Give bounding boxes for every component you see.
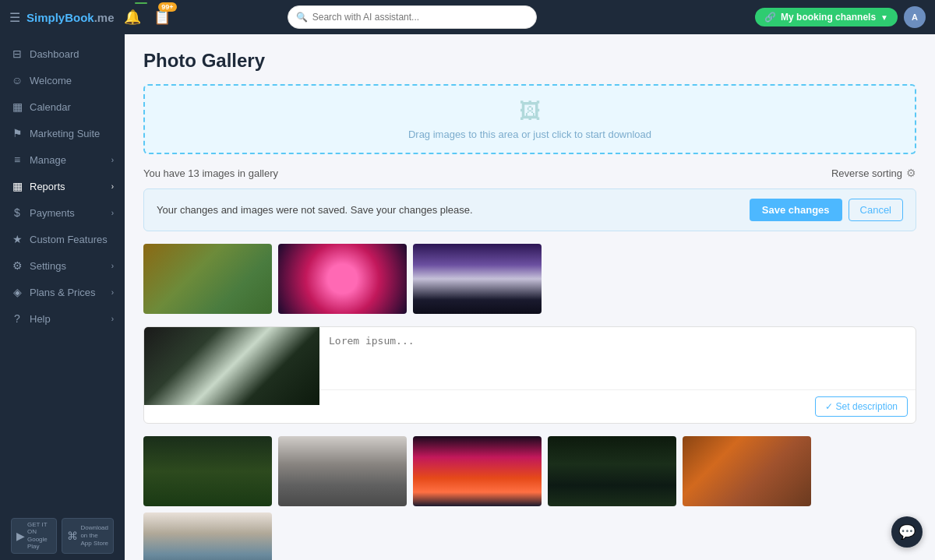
gallery-image-7[interactable] bbox=[548, 436, 676, 506]
help-icon: ? bbox=[11, 312, 23, 325]
sidebar-label-reports: Reports bbox=[30, 181, 105, 192]
alert-message: Your changes and images were not saved. … bbox=[157, 204, 473, 216]
google-play-button[interactable]: ▶ GET IT ON Google Play bbox=[11, 518, 57, 554]
logo[interactable]: SimplyBook.me bbox=[26, 11, 115, 24]
dashboard-icon: ⊟ bbox=[11, 48, 23, 60]
gallery-image-6[interactable] bbox=[413, 436, 542, 506]
gallery-grid-bottom bbox=[143, 436, 916, 560]
sorting-label: Reverse sorting bbox=[831, 167, 902, 179]
gallery-image-3[interactable] bbox=[413, 244, 542, 314]
sidebar-item-marketing[interactable]: ⚑ Marketing Suite bbox=[0, 120, 125, 146]
sidebar-item-reports[interactable]: ▦ Reports › bbox=[0, 173, 125, 199]
settings-chevron-icon: › bbox=[111, 262, 114, 270]
gallery-image-8[interactable] bbox=[683, 436, 811, 506]
save-changes-button[interactable]: Save changes bbox=[750, 199, 842, 221]
app-store-button[interactable]: ⌘ Download on the App Store bbox=[62, 518, 114, 554]
main-content: Photo Gallery 🖼 Drag images to this area… bbox=[125, 34, 935, 560]
upload-zone[interactable]: 🖼 Drag images to this area or just click… bbox=[143, 84, 916, 154]
sorting-gear-icon: ⚙ bbox=[906, 167, 916, 179]
image-count: You have 13 images in gallery bbox=[143, 167, 278, 179]
gallery-image-2[interactable] bbox=[278, 244, 407, 314]
sidebar-label-settings: Settings bbox=[30, 260, 105, 272]
sidebar-item-payments[interactable]: $ Payments › bbox=[0, 199, 125, 226]
calendar-icon: ▦ bbox=[11, 100, 23, 113]
sidebar-label-marketing: Marketing Suite bbox=[30, 128, 114, 139]
sidebar-item-plans[interactable]: ◈ Plans & Prices › bbox=[0, 279, 125, 305]
search-bar[interactable]: 🔍 bbox=[288, 5, 537, 29]
gallery-image-4[interactable] bbox=[143, 436, 272, 506]
sidebar-label-help: Help bbox=[30, 313, 105, 325]
chat-icon: 💬 bbox=[898, 523, 916, 541]
sidebar-item-manage[interactable]: ≡ Manage › bbox=[0, 146, 125, 173]
sidebar-label-welcome: Welcome bbox=[30, 75, 114, 86]
google-play-icon: ▶ bbox=[16, 530, 25, 542]
booking-link-icon: 🔗 bbox=[764, 12, 776, 23]
nav-icons: 🔔 📋 99+ bbox=[121, 5, 174, 29]
sidebar-item-dashboard[interactable]: ⊟ Dashboard bbox=[0, 41, 125, 67]
upload-image-icon: 🖼 bbox=[519, 98, 541, 124]
hamburger-icon[interactable]: ☰ bbox=[9, 10, 20, 25]
notification-badge bbox=[135, 2, 147, 4]
google-play-text: GET IT ON Google Play bbox=[27, 521, 51, 551]
sidebar: ⊟ Dashboard ☺ Welcome ▦ Calendar ⚑ Marke… bbox=[0, 34, 125, 560]
alert-actions: Save changes Cancel bbox=[750, 199, 903, 221]
sidebar-label-payments: Payments bbox=[30, 207, 105, 219]
desc-footer: ✓ Set description bbox=[319, 389, 916, 423]
set-description-button[interactable]: ✓ Set description bbox=[815, 396, 908, 417]
gallery-grid-top bbox=[143, 244, 916, 314]
chat-bubble-button[interactable]: 💬 bbox=[891, 516, 923, 548]
booking-btn-label: My booking channels bbox=[781, 12, 876, 23]
set-desc-label: Set description bbox=[836, 401, 898, 412]
plans-icon: ◈ bbox=[11, 286, 23, 298]
sidebar-label-dashboard: Dashboard bbox=[30, 48, 114, 60]
app-store-text: Download on the App Store bbox=[80, 524, 108, 547]
search-input[interactable] bbox=[312, 12, 528, 23]
nav-left: ☰ SimplyBook.me 🔔 📋 99+ bbox=[9, 5, 174, 29]
settings-icon: ⚙ bbox=[11, 259, 23, 272]
tasks-button[interactable]: 📋 99+ bbox=[150, 5, 174, 29]
sidebar-item-custom[interactable]: ★ Custom Features bbox=[0, 226, 125, 252]
sidebar-item-calendar[interactable]: ▦ Calendar bbox=[0, 93, 125, 120]
sidebar-label-plans: Plans & Prices bbox=[30, 287, 105, 298]
description-textarea[interactable] bbox=[319, 327, 916, 389]
logo-text: SimplyBook bbox=[26, 11, 94, 24]
booking-channels-button[interactable]: 🔗 My booking channels ▼ bbox=[755, 8, 898, 26]
plans-chevron-icon: › bbox=[111, 288, 114, 297]
sidebar-label-calendar: Calendar bbox=[30, 101, 114, 113]
sidebar-bottom: 👤 admin › ▶ GET IT ON Google Play ⌘ Down… bbox=[0, 520, 125, 560]
tasks-badge: 99+ bbox=[158, 2, 176, 12]
gallery-image-1[interactable] bbox=[143, 244, 272, 314]
notifications-button[interactable]: 🔔 bbox=[121, 5, 144, 29]
page-title: Photo Gallery bbox=[143, 50, 916, 72]
selected-image-preview bbox=[144, 327, 319, 405]
info-bar: You have 13 images in gallery Reverse so… bbox=[143, 167, 916, 179]
check-icon: ✓ bbox=[825, 401, 833, 412]
manage-chevron-icon: › bbox=[111, 156, 114, 164]
cancel-button[interactable]: Cancel bbox=[849, 199, 903, 221]
manage-icon: ≡ bbox=[11, 153, 23, 166]
top-navigation: ☰ SimplyBook.me 🔔 📋 99+ 🔍 🔗 My booking c… bbox=[0, 0, 935, 34]
sidebar-label-custom: Custom Features bbox=[30, 234, 114, 245]
sidebar-label-manage: Manage bbox=[30, 154, 105, 166]
reports-chevron-icon: › bbox=[111, 182, 114, 191]
sidebar-item-settings[interactable]: ⚙ Settings › bbox=[0, 252, 125, 279]
search-icon: 🔍 bbox=[296, 12, 308, 23]
upload-zone-text: Drag images to this area or just click t… bbox=[408, 129, 651, 140]
payments-chevron-icon: › bbox=[111, 209, 114, 217]
main-layout: ⊟ Dashboard ☺ Welcome ▦ Calendar ⚑ Marke… bbox=[0, 34, 935, 560]
apple-icon: ⌘ bbox=[67, 530, 78, 542]
avatar[interactable]: A bbox=[904, 6, 926, 28]
sidebar-item-welcome[interactable]: ☺ Welcome bbox=[0, 67, 125, 93]
reverse-sorting-button[interactable]: Reverse sorting ⚙ bbox=[831, 167, 916, 179]
gallery-image-5[interactable] bbox=[278, 436, 407, 506]
payments-icon: $ bbox=[11, 206, 23, 219]
alert-bar: Your changes and images were not saved. … bbox=[143, 188, 916, 231]
reports-icon: ▦ bbox=[11, 180, 23, 192]
logo-dot: .me bbox=[94, 11, 115, 24]
custom-icon: ★ bbox=[11, 233, 23, 245]
nav-right: 🔗 My booking channels ▼ A bbox=[755, 6, 926, 28]
gallery-image-9[interactable] bbox=[143, 512, 272, 560]
description-section: ✓ Set description bbox=[143, 326, 916, 424]
welcome-icon: ☺ bbox=[11, 74, 23, 86]
sidebar-item-help[interactable]: ? Help › bbox=[0, 305, 125, 332]
